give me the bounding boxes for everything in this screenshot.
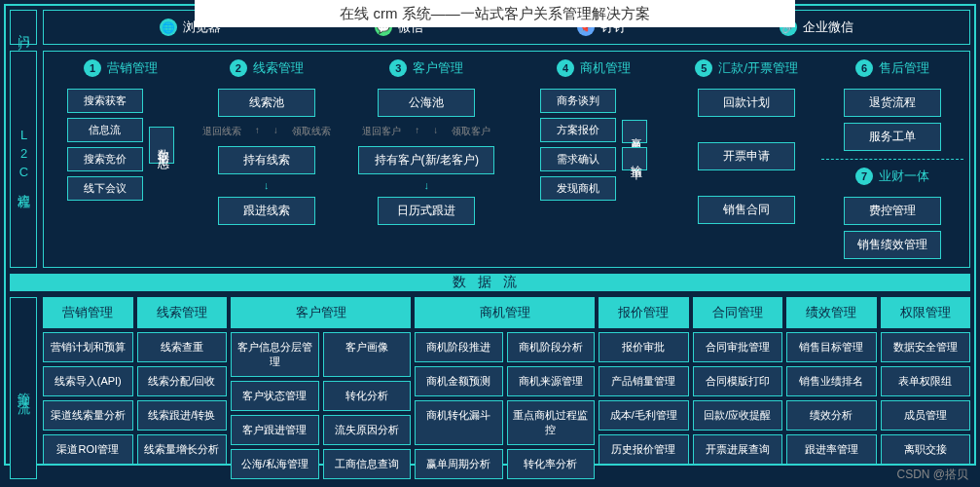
mgmt-cell[interactable]: 公海/私海管理 [231, 449, 319, 479]
mgmt-cell[interactable]: 线索查重 [137, 332, 228, 362]
mgmt-cell[interactable]: 商机阶段分析 [507, 332, 596, 362]
node-biz-negotiate[interactable]: 商务谈判 [540, 89, 616, 113]
node-data-summary[interactable]: 数据汇总 [149, 127, 174, 164]
node-service-ticket[interactable]: 服务工单 [844, 123, 941, 151]
mgmt-head[interactable]: 合同管理 [693, 297, 783, 328]
node-lead-pool[interactable]: 线索池 [218, 89, 315, 117]
l2c-col-after: 6售后管理 退货流程 服务工单 7业财一体 费控管理 销售绩效管理 [821, 59, 963, 259]
mgmt-cell[interactable]: 成本/毛利管理 [599, 400, 689, 431]
node-expense[interactable]: 费控管理 [844, 197, 941, 225]
mgmt-cell[interactable]: 绩效分析 [786, 400, 877, 431]
mgmt-cell[interactable]: 跟进率管理 [786, 434, 877, 465]
mgmt-cell[interactable]: 营销计划和预算 [43, 332, 133, 362]
mgmt-cell[interactable]: 合同审批管理 [693, 332, 783, 362]
l2c-col-customer: 3客户管理 公海池 退回客户↑↓领取客户 持有客户(新/老客户) ↓ 日历式跟进 [342, 59, 512, 259]
l2c-section: L2C流程 1营销管理 搜索获客 信息流 搜索竞价 线下会议 数据汇总 2线索管… [10, 51, 970, 268]
mgmt-head[interactable]: 线索管理 [137, 297, 228, 328]
mgmt-cell[interactable]: 赢单周期分析 [415, 449, 503, 479]
col-title-7: 业财一体 [879, 168, 929, 185]
mgmt-cell[interactable]: 重点商机过程监控 [507, 400, 596, 445]
node-own-lead[interactable]: 持有线索 [218, 146, 315, 174]
mgmt-cell[interactable]: 报价审批 [599, 332, 689, 362]
mgmt-head[interactable]: 商机管理 [415, 297, 595, 328]
mgmt-cell[interactable]: 历史报价管理 [599, 434, 689, 465]
node-offline-meeting[interactable]: 线下会议 [67, 176, 143, 201]
mgmt-cell[interactable]: 渠道线索量分析 [43, 400, 133, 431]
mgmt-col: 绩效管理销售目标管理销售业绩排名绩效分析跟进率管理 [786, 297, 877, 479]
num-6: 6 [855, 59, 873, 77]
l2c-label: L2C流程 [10, 51, 37, 268]
mgmt-cell[interactable]: 表单权限组 [881, 366, 971, 396]
mgmt-label: 管理流 [10, 297, 37, 479]
node-follow-lead[interactable]: 跟进线索 [218, 197, 315, 225]
flow-labels-customer: 退回客户↑↓领取客户 [362, 125, 490, 138]
node-sales-perf[interactable]: 销售绩效管理 [844, 231, 941, 259]
node-win[interactable]: 赢单 [622, 120, 647, 143]
node-search-bid[interactable]: 搜索竞价 [67, 147, 143, 171]
mgmt-cell[interactable]: 客户信息分层管理 [231, 332, 319, 377]
mgmt-cell[interactable]: 转化率分析 [507, 449, 596, 479]
mgmt-cell[interactable]: 流失原因分析 [323, 415, 412, 445]
node-find-opp[interactable]: 发现商机 [540, 176, 616, 201]
mgmt-cell[interactable]: 成员管理 [881, 400, 971, 431]
col-title-6: 售后管理 [879, 59, 929, 77]
mgmt-cell[interactable]: 渠道ROI管理 [43, 434, 133, 465]
mgmt-cell[interactable]: 离职交接 [881, 434, 971, 465]
mgmt-col: 营销管理营销计划和预算线索导入(API)渠道线索量分析渠道ROI管理 [43, 297, 133, 479]
node-payment-plan[interactable]: 回款计划 [698, 89, 795, 117]
node-public-pool[interactable]: 公海池 [378, 89, 475, 117]
portal-label: 门户 [10, 10, 37, 45]
mgmt-cell[interactable]: 商机来源管理 [507, 366, 596, 396]
node-req-confirm[interactable]: 需求确认 [540, 147, 616, 171]
mgmt-head[interactable]: 权限管理 [881, 297, 971, 328]
l2c-body: 1营销管理 搜索获客 信息流 搜索竞价 线下会议 数据汇总 2线索管理 线索池 … [43, 51, 970, 268]
mgmt-cell[interactable]: 线索量增长分析 [137, 434, 228, 465]
mgmt-cell[interactable]: 客户跟进管理 [231, 415, 319, 445]
mgmt-cell[interactable]: 商机金额预测 [415, 366, 503, 396]
mgmt-col: 权限管理数据安全管理表单权限组成员管理离职交接 [881, 297, 971, 479]
mgmt-cell[interactable]: 线索分配/回收 [137, 366, 228, 396]
mgmt-cell[interactable]: 回款/应收提醒 [693, 400, 783, 431]
node-own-customer[interactable]: 持有客户(新/老客户) [358, 146, 494, 174]
node-calendar-follow[interactable]: 日历式跟进 [378, 197, 475, 225]
mgmt-cell[interactable]: 客户状态管理 [231, 381, 319, 411]
mgmt-head[interactable]: 营销管理 [43, 297, 133, 328]
mgmt-head[interactable]: 报价管理 [599, 297, 689, 328]
divider [821, 159, 963, 160]
node-return-flow[interactable]: 退货流程 [844, 89, 941, 117]
mgmt-cell[interactable]: 数据安全管理 [881, 332, 971, 362]
mgmt-cell[interactable]: 工商信息查询 [323, 449, 412, 479]
node-search-guest[interactable]: 搜索获客 [67, 89, 143, 113]
mgmt-cell[interactable]: 合同模版打印 [693, 366, 783, 396]
col-head-3: 3客户管理 [389, 59, 463, 77]
arrow-icon: ↓ [424, 180, 430, 191]
node-plan-quote[interactable]: 方案报价 [540, 118, 616, 142]
mgmt-cell[interactable]: 开票进展查询 [693, 434, 783, 465]
mgmt-head[interactable]: 绩效管理 [786, 297, 877, 328]
num-3: 3 [389, 59, 407, 77]
mgmt-cell[interactable]: 转化分析 [323, 381, 412, 411]
mgmt-cell[interactable]: 客户画像 [323, 332, 412, 377]
node-sales-contract[interactable]: 销售合同 [698, 196, 795, 224]
mgmt-cell[interactable]: 线索跟进/转换 [137, 400, 228, 431]
mgmt-cell[interactable]: 商机转化漏斗 [415, 400, 503, 445]
mgmt-col: 线索管理线索查重线索分配/回收线索跟进/转换线索量增长分析 [137, 297, 228, 479]
mgmt-cell[interactable]: 销售业绩排名 [786, 366, 877, 396]
mgmt-head[interactable]: 客户管理 [231, 297, 411, 328]
l2c-col-lead: 2线索管理 线索池 退回线索↑↓领取线索 持有线索 ↓ 跟进线索 [196, 59, 338, 259]
mgmt-cell[interactable]: 销售目标管理 [786, 332, 877, 362]
mgmt-row: 商机金额预测商机来源管理 [415, 366, 595, 396]
mgmt-cell[interactable]: 商机阶段推进 [415, 332, 503, 362]
mgmt-col: 报价管理报价审批产品销量管理成本/毛利管理历史报价管理 [599, 297, 689, 479]
col-title-4: 商机管理 [580, 59, 631, 77]
node-lose[interactable]: 输单 [622, 147, 647, 170]
node-invoice-apply[interactable]: 开票申请 [698, 142, 795, 170]
mgmt-col: 商机管理商机阶段推进商机阶段分析商机金额预测商机来源管理商机转化漏斗重点商机过程… [415, 297, 595, 479]
mgmt-cell[interactable]: 产品销量管理 [599, 366, 689, 396]
mgmt-cell[interactable]: 线索导入(API) [43, 366, 133, 396]
col-head-1: 1营销管理 [84, 59, 158, 77]
col-head-6: 6售后管理 [855, 59, 929, 77]
mgmt-body: 营销管理营销计划和预算线索导入(API)渠道线索量分析渠道ROI管理线索管理线索… [43, 297, 970, 479]
node-info-flow[interactable]: 信息流 [67, 118, 143, 142]
mgmt-row: 商机阶段推进商机阶段分析 [415, 332, 595, 362]
